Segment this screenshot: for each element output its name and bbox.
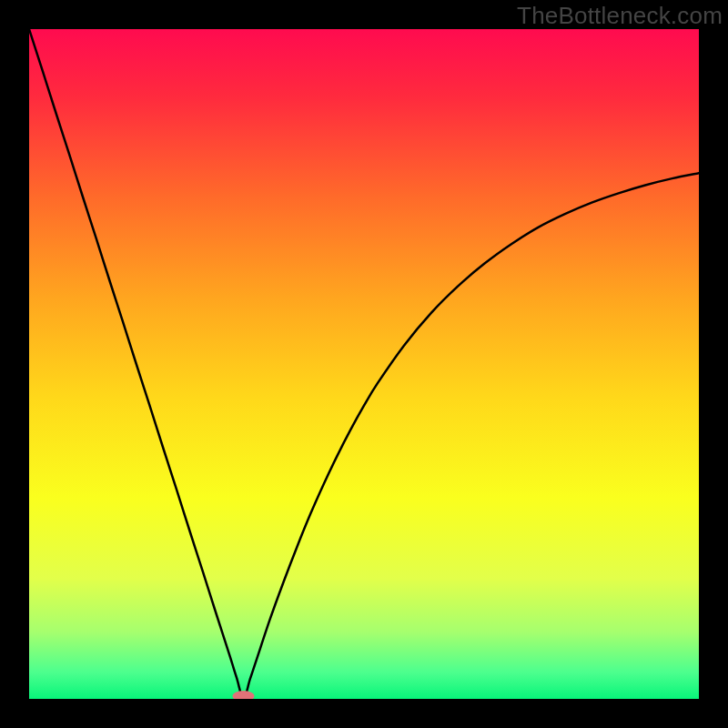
watermark-text: TheBottleneck.com [517,2,723,30]
chart-frame: TheBottleneck.com [0,0,728,728]
gradient-background [29,29,699,699]
plot-area [29,29,699,699]
plot-svg [29,29,699,699]
